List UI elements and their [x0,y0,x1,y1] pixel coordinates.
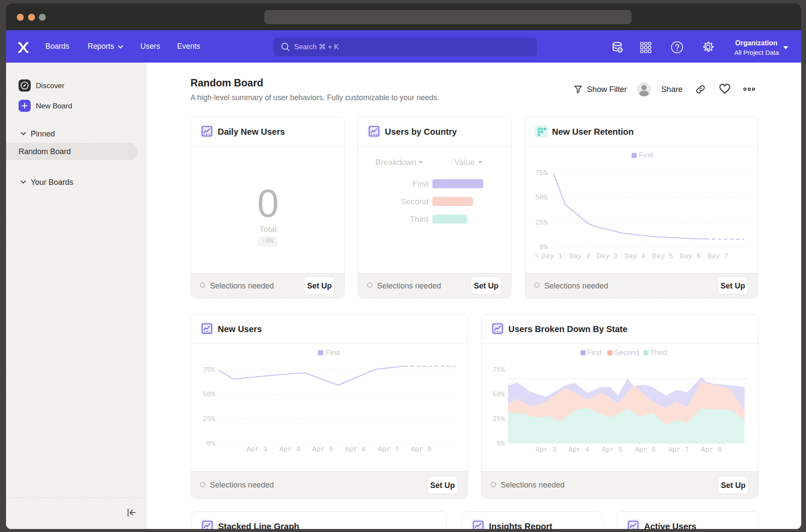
svg-text:50%: 50% [203,391,215,399]
svg-text:0%: 0% [207,440,216,448]
svg-text:Day 7: Day 7 [708,253,728,260]
svg-text:75%: 75% [535,169,548,177]
svg-text:75%: 75% [492,366,505,374]
svg-text:25%: 25% [203,415,215,423]
svg-text:Apr 6: Apr 6 [345,446,366,453]
svg-text:25%: 25% [492,415,505,423]
svg-text:<: < [535,253,539,260]
svg-text:Day 5: Day 5 [652,253,673,260]
svg-text:Apr 3: Apr 3 [536,446,556,454]
svg-text:Day 3: Day 3 [597,253,618,260]
svg-text:Apr 7: Apr 7 [378,446,399,453]
svg-text:75%: 75% [203,366,215,374]
svg-text:25%: 25% [535,219,548,227]
svg-text:First: First [326,348,340,357]
svg-text:0%: 0% [497,440,505,448]
svg-text:Day 1: Day 1 [542,253,562,260]
svg-text:Apr 4: Apr 4 [568,446,589,454]
svg-text:First: First [587,348,602,357]
svg-text:Day 2: Day 2 [569,253,590,260]
svg-text:First: First [639,151,653,159]
svg-text:Apr 7: Apr 7 [668,446,689,454]
svg-text:50%: 50% [492,391,505,399]
svg-text:Apr 3: Apr 3 [247,446,267,453]
svg-text:Apr 6: Apr 6 [635,446,656,454]
svg-text:Apr 5: Apr 5 [312,446,333,453]
svg-text:Apr 4: Apr 4 [279,446,300,453]
svg-text:Apr 5: Apr 5 [602,446,622,454]
svg-text:50%: 50% [535,194,548,202]
svg-text:Apr 8: Apr 8 [411,446,432,453]
svg-text:0%: 0% [539,244,548,251]
svg-text:Day 4: Day 4 [625,253,645,260]
svg-text:Second: Second [614,348,639,357]
svg-text:Third: Third [650,348,667,357]
svg-text:Apr 8: Apr 8 [701,446,722,454]
svg-text:Day 6: Day 6 [680,253,701,260]
